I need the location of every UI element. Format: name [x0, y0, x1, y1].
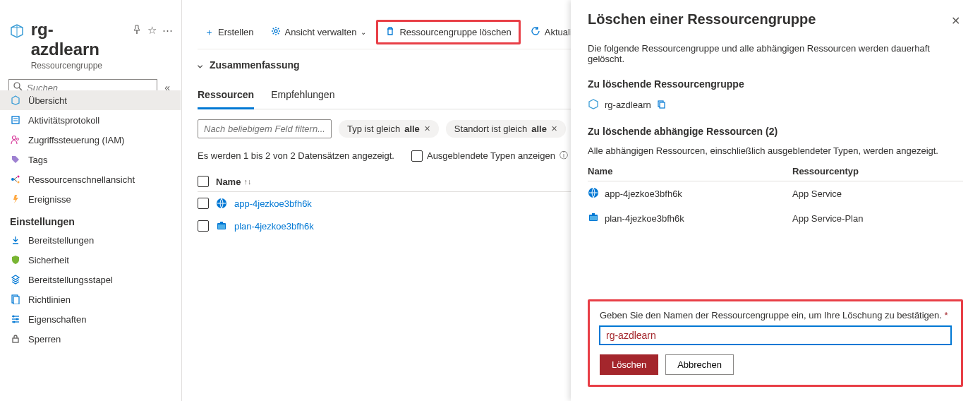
- tab-resources[interactable]: Ressourcen: [198, 83, 254, 109]
- svg-point-17: [13, 316, 15, 318]
- delete-rg-button[interactable]: Ressourcengruppe löschen: [376, 20, 520, 44]
- resource-link[interactable]: app-4jezkoe3bfh6k: [234, 198, 312, 209]
- nav-tags[interactable]: Tags: [0, 150, 181, 169]
- svg-rect-13: [13, 297, 19, 304]
- filter-type-pill[interactable]: Typ ist gleich alle ✕: [339, 120, 439, 138]
- nav-deployment-stacks[interactable]: Bereitstellungsstapel: [0, 270, 181, 289]
- chevron-down-icon: ⌄: [361, 28, 366, 36]
- deps-text: Alle abhängigen Ressourcen, einschließli…: [588, 145, 963, 156]
- deps-row: app-4jezkoe3bfh6k App Service: [588, 181, 963, 206]
- page-subtitle: Ressourcengruppe: [31, 61, 121, 71]
- plus-icon: ＋: [205, 26, 214, 39]
- show-hidden-types[interactable]: Ausgeblendete Typen anzeigen ⓘ: [411, 150, 568, 162]
- nav-scroll[interactable]: Übersicht Aktivitätsprotokoll Zugriffsst…: [0, 90, 181, 401]
- nav-deployments[interactable]: Bereitstellungen: [0, 230, 181, 250]
- events-icon: [10, 193, 21, 205]
- close-icon[interactable]: ✕: [424, 124, 430, 133]
- copy-icon[interactable]: [657, 100, 666, 111]
- nav-overview[interactable]: Übersicht: [0, 90, 181, 110]
- dep-name: app-4jezkoe3bfh6k: [605, 188, 682, 199]
- nav-security[interactable]: Sicherheit: [0, 250, 181, 270]
- overview-icon: [10, 95, 21, 106]
- nav-label: Übersicht: [28, 95, 67, 106]
- panel-title: Löschen einer Ressourcengruppe: [588, 11, 816, 28]
- activity-log-icon: [10, 114, 21, 126]
- record-count-text: Es werden 1 bis 2 von 2 Datensätzen ange…: [198, 150, 394, 161]
- select-all-checkbox[interactable]: [198, 176, 209, 187]
- nav-label: Sicherheit: [28, 255, 69, 265]
- manage-view-button[interactable]: Ansicht verwalten ⌄: [264, 22, 374, 42]
- filter-input[interactable]: [198, 119, 332, 138]
- nav-events[interactable]: Ereignisse: [0, 189, 181, 209]
- panel-intro: Die folgende Ressourcengruppe und alle a…: [588, 43, 963, 64]
- confirm-label: Geben Sie den Namen der Ressourcengruppe…: [600, 310, 942, 321]
- svg-rect-30: [590, 216, 597, 220]
- close-icon[interactable]: ✕: [551, 124, 557, 133]
- svg-point-9: [18, 181, 20, 184]
- deployments-icon: [10, 234, 21, 246]
- pill-prefix: Typ ist gleich: [347, 124, 400, 134]
- nav-resource-viz[interactable]: Ressourcenschnellansicht: [0, 169, 181, 189]
- svg-rect-20: [13, 338, 18, 342]
- resource-group-header: rg-azdlearn Ressourcengruppe ☆ ⋯: [0, 0, 181, 76]
- nav-label: Tags: [28, 155, 47, 165]
- nav-properties[interactable]: Eigenschaften: [0, 309, 181, 329]
- lock-icon: [10, 333, 21, 345]
- properties-icon: [10, 313, 21, 325]
- hidden-types-label: Ausgeblendete Typen anzeigen: [427, 150, 555, 161]
- create-button[interactable]: ＋ Erstellen: [198, 22, 261, 43]
- shield-icon: [10, 254, 21, 265]
- nav-section-settings: Einstellungen: [0, 209, 181, 230]
- pin-icon[interactable]: [132, 25, 142, 37]
- resource-link[interactable]: plan-4jezkoe3bfh6k: [234, 221, 314, 232]
- more-icon[interactable]: ⋯: [162, 24, 173, 37]
- button-row: Löschen Abbrechen: [600, 354, 951, 375]
- svg-point-6: [17, 138, 19, 140]
- cancel-button[interactable]: Abbrechen: [665, 354, 734, 375]
- nav-label: Bereitstellungsstapel: [28, 275, 113, 285]
- policies-icon: [10, 294, 21, 305]
- delete-panel: Löschen einer Ressourcengruppe ✕ Die fol…: [571, 0, 980, 401]
- checkbox-icon[interactable]: [411, 150, 423, 162]
- delete-label: Ressourcengruppe löschen: [399, 27, 511, 37]
- rg-to-delete-heading: Zu löschende Ressourcengruppe: [588, 78, 963, 90]
- row-checkbox[interactable]: [198, 198, 209, 209]
- nav-label: Richtlinien: [28, 294, 71, 305]
- app-service-plan-icon: [588, 212, 599, 225]
- app-service-plan-icon: [216, 220, 227, 232]
- deps-row: plan-4jezkoe3bfh6k App Service-Plan: [588, 206, 963, 231]
- row-checkbox[interactable]: [198, 220, 209, 232]
- confirm-input[interactable]: [600, 326, 951, 345]
- create-label: Erstellen: [218, 27, 254, 37]
- deployment-stacks-icon: [10, 274, 21, 285]
- required-star: *: [945, 310, 948, 321]
- tags-icon: [10, 154, 21, 165]
- close-icon[interactable]: ✕: [948, 11, 963, 30]
- svg-line-10: [14, 177, 17, 179]
- svg-point-21: [274, 30, 277, 32]
- dep-name: plan-4jezkoe3bfh6k: [605, 213, 684, 224]
- nav-iam[interactable]: Zugriffssteuerung (IAM): [0, 130, 181, 150]
- svg-line-11: [14, 179, 17, 181]
- panel-header: Löschen einer Ressourcengruppe ✕: [588, 11, 963, 30]
- app-service-icon: [588, 187, 599, 200]
- dep-type: App Service: [792, 188, 842, 199]
- delete-button[interactable]: Löschen: [600, 354, 658, 375]
- nav-label: Eigenschaften: [28, 314, 86, 325]
- chevron-down-icon: ⌵: [198, 60, 202, 70]
- nav-policies[interactable]: Richtlinien: [0, 289, 181, 309]
- filter-location-pill[interactable]: Standort ist gleich alle ✕: [446, 120, 566, 138]
- nav-locks[interactable]: Sperren: [0, 329, 181, 349]
- info-icon[interactable]: ⓘ: [559, 150, 568, 162]
- column-name[interactable]: Name ↑↓: [216, 176, 251, 187]
- resource-group-icon: [588, 98, 599, 112]
- tab-recommendations[interactable]: Empfehlungen: [271, 83, 334, 109]
- nav-label: Ressourcenschnellansicht: [28, 174, 135, 185]
- col-name: Name: [588, 166, 792, 176]
- resource-group-icon: [8, 23, 25, 40]
- nav-activity-log[interactable]: Aktivitätsprotokoll: [0, 110, 181, 130]
- star-icon[interactable]: ☆: [147, 24, 157, 37]
- svg-point-0: [14, 83, 20, 88]
- title-block: rg-azdlearn Ressourcengruppe: [31, 20, 121, 71]
- svg-point-18: [16, 318, 18, 321]
